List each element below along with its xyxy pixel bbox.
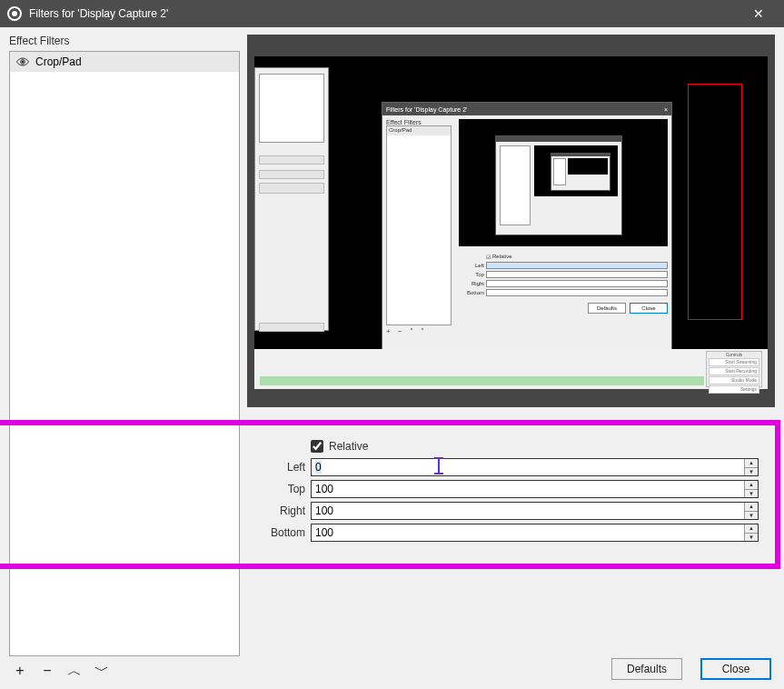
nested-list-controls: + − ˄ ˅ [386, 325, 452, 335]
top-input-wrap[interactable]: ▲▼ [311, 480, 759, 498]
left-input[interactable] [312, 459, 744, 475]
relative-label: Relative [329, 440, 368, 453]
window-title: Filters for 'Display Capture 2' [29, 7, 740, 20]
bottom-step-down[interactable]: ▼ [745, 534, 758, 542]
bottom-input-wrap[interactable]: ▲▼ [311, 524, 759, 542]
nested-relative-label: Relative [492, 254, 512, 259]
obs-logo-icon [7, 6, 22, 21]
dialog-footer: Defaults Close [611, 658, 771, 680]
move-filter-down-button[interactable]: ﹀ [93, 662, 111, 680]
bottom-label: Bottom [253, 526, 305, 539]
bottom-input[interactable] [312, 524, 744, 541]
nested-section-label: Effect Filters [386, 119, 452, 125]
right-step-down[interactable]: ▼ [745, 512, 758, 520]
filter-list-controls: + − ︿ ﹀ [9, 656, 240, 682]
nested-defaults-button: Defaults [588, 303, 626, 314]
filter-item-label: Crop/Pad [35, 55, 82, 68]
filter-preview: Filters for 'Display Capture 2' × Effect… [247, 35, 775, 407]
close-button[interactable]: Close [700, 658, 771, 680]
effect-filters-label: Effect Filters [9, 35, 240, 47]
defaults-button[interactable]: Defaults [611, 658, 682, 680]
top-step-up[interactable]: ▲ [745, 481, 758, 490]
filter-item-crop-pad[interactable]: Crop/Pad [10, 52, 239, 72]
relative-checkbox[interactable] [311, 440, 323, 453]
remove-filter-button[interactable]: − [38, 662, 56, 680]
right-label: Right [253, 504, 305, 517]
visibility-eye-icon[interactable] [15, 56, 30, 67]
selection-outline [688, 84, 742, 320]
nested-main-window-strip: Controls Start Streaming Start Recording… [254, 349, 768, 389]
left-step-up[interactable]: ▲ [745, 459, 758, 468]
top-input[interactable] [312, 481, 744, 497]
top-label: Top [253, 483, 305, 495]
top-step-down[interactable]: ▼ [745, 490, 758, 498]
close-icon[interactable]: ✕ [740, 6, 777, 21]
nested-close-icon: × [664, 106, 668, 113]
nested-filter-item: Crop/Pad [387, 126, 451, 135]
nested-close-button: Close [630, 303, 668, 314]
left-input-wrap[interactable]: ▲▼ [311, 458, 759, 476]
nested-obs-dock [254, 67, 329, 331]
left-label: Left [253, 461, 305, 474]
add-filter-button[interactable]: + [11, 662, 29, 680]
left-step-down[interactable]: ▼ [745, 468, 758, 476]
right-step-up[interactable]: ▲ [745, 503, 758, 512]
titlebar: Filters for 'Display Capture 2' ✕ [0, 0, 784, 27]
nested-filter-dialog: Filters for 'Display Capture 2' × Effect… [382, 102, 672, 370]
move-filter-up-button[interactable]: ︿ [65, 662, 84, 680]
right-input-wrap[interactable]: ▲▼ [311, 502, 759, 520]
svg-point-0 [22, 61, 25, 64]
right-input[interactable] [312, 503, 744, 519]
nested-title: Filters for 'Display Capture 2' [386, 106, 467, 113]
properties-highlight: Relative Left ▲▼ Top ▲▼ Right [0, 420, 780, 569]
bottom-step-up[interactable]: ▲ [745, 524, 758, 534]
